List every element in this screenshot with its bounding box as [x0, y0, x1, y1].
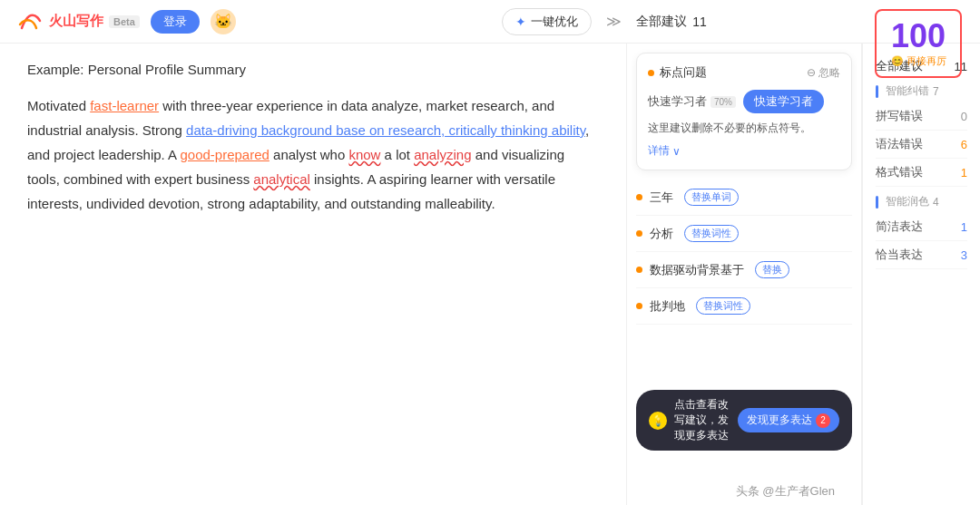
text-know: know	[348, 147, 380, 162]
discover-button[interactable]: 发现更多表达 2	[738, 408, 839, 432]
doc-title: Example: Personal Profile Summary	[27, 62, 599, 77]
sidebar-item-grammar[interactable]: 语法错误 6	[876, 131, 967, 159]
tooltip-text: 点击查看改写建议，发现更多表达	[674, 397, 730, 443]
text-data-driving: data-driving background base on research…	[186, 122, 585, 138]
chevron-right-icon: ≫	[606, 13, 622, 30]
sidebar-item-appropriate[interactable]: 恰当表达 3	[876, 241, 967, 269]
suggestion-type: 标点问题	[648, 64, 707, 81]
chevron-down-icon: ∨	[672, 145, 681, 158]
dot-orange-icon	[648, 70, 654, 76]
text-fast-learner: fast-learner	[90, 98, 159, 113]
suggestions-number: 11	[692, 15, 707, 29]
watermark: 头条 @生产者Glen	[736, 483, 835, 500]
sidebar-spelling-count: 0	[961, 110, 967, 123]
score-text: 再接再厉	[906, 54, 946, 68]
group-polish-count: 4	[933, 196, 939, 209]
sidebar-item-concise[interactable]: 简洁表达 1	[876, 213, 967, 241]
text-motivated: Motivated	[27, 98, 90, 113]
sidebar-appropriate-label: 恰当表达	[876, 247, 923, 263]
login-button[interactable]: 登录	[151, 10, 200, 34]
list-item: 数据驱动背景基于 替换	[636, 252, 852, 288]
blue-bar-icon	[876, 85, 878, 98]
option-original: 快速学习者 70%	[648, 93, 736, 110]
dot-orange-icon	[636, 303, 642, 309]
item-label: 批判地	[650, 298, 685, 315]
dot-orange-icon	[636, 194, 642, 200]
sidebar-group-polish: 智能润色 4	[876, 194, 967, 209]
beta-badge: Beta	[109, 15, 140, 28]
discover-count: 2	[816, 413, 830, 428]
item-action[interactable]: 替换词性	[684, 225, 739, 242]
ignore-label: 忽略	[818, 65, 840, 81]
sidebar-grammar-count: 6	[961, 138, 967, 151]
blue-bar2-icon	[876, 196, 878, 209]
item-label: 数据驱动背景基于	[650, 262, 744, 278]
header-center: ✦ 一键优化 ≫ 全部建议 11	[247, 8, 962, 35]
suggestion-card: 标点问题 ⊖ 忽略 快速学习者 70% 快速学习者 这里建议删除不必要的标点符号…	[636, 53, 852, 170]
suggestions-label: 全部建议	[636, 14, 687, 30]
group-polish-label: 智能润色	[886, 194, 929, 209]
group-correction-count: 7	[933, 85, 939, 98]
item-label: 分析	[650, 226, 673, 242]
suggestion-options: 快速学习者 70% 快速学习者	[648, 90, 840, 113]
text-analytical: analytical	[253, 171, 310, 187]
sidebar-concise-label: 简洁表达	[876, 219, 923, 235]
sidebar-format-count: 1	[961, 166, 967, 180]
sidebar-concise-count: 1	[961, 220, 967, 234]
discover-label: 发现更多表达	[747, 413, 812, 428]
option-original-text: 快速学习者	[648, 93, 707, 110]
suggestions-count: 全部建议 11	[636, 14, 707, 30]
star-icon: ✦	[515, 15, 526, 29]
optimize-label: 一键优化	[531, 14, 578, 30]
sidebar-group-correction: 智能纠错 7	[876, 83, 967, 99]
logo-icon	[18, 12, 44, 32]
main-layout: Example: Personal Profile Summary Motiva…	[0, 44, 980, 505]
list-item: 分析 替换词性	[636, 216, 852, 252]
text-analyst: analyst who	[270, 147, 349, 162]
sidebar-appropriate-count: 3	[961, 248, 967, 262]
sidebar-format-label: 格式错误	[876, 164, 923, 180]
suggestion-card-header: 标点问题 ⊖ 忽略	[648, 64, 840, 81]
score-box: 100 😊 再接再厉	[875, 9, 962, 78]
ignore-icon: ⊖	[807, 66, 816, 79]
header: 火山写作 Beta 登录 🐱 ✦ 一键优化 ≫ 全部建议 11 100 😊 再接…	[0, 0, 980, 44]
avatar: 🐱	[211, 9, 236, 34]
text-alot: a lot	[380, 147, 414, 162]
editor-area: Example: Personal Profile Summary Motiva…	[0, 44, 626, 505]
item-action[interactable]: 替换	[755, 261, 789, 278]
dot-orange-icon	[636, 267, 642, 273]
item-label: 三年	[650, 189, 673, 206]
logo-text: 火山写作	[49, 13, 103, 30]
suggestion-desc: 这里建议删除不必要的标点符号。	[648, 121, 840, 136]
right-sidebar: 全部建议 11 智能纠错 7 拼写错误 0 语法错误 6 格式错误 1 智能润色…	[862, 44, 980, 505]
doc-content[interactable]: Motivated fast-learner with three-year e…	[27, 93, 599, 216]
tooltip-bar: 💡 点击查看改写建议，发现更多表达 发现更多表达 2	[636, 390, 852, 451]
item-action[interactable]: 替换词性	[696, 297, 750, 315]
optimize-button[interactable]: ✦ 一键优化	[502, 8, 592, 35]
suggestions-panel: 标点问题 ⊖ 忽略 快速学习者 70% 快速学习者 这里建议删除不必要的标点符号…	[626, 44, 862, 505]
option-button[interactable]: 快速学习者	[743, 90, 824, 113]
suggestion-type-label: 标点问题	[660, 64, 707, 81]
sidebar-grammar-label: 语法错误	[876, 136, 923, 152]
sidebar-item-format[interactable]: 格式错误 1	[876, 159, 967, 187]
list-item: 批判地 替换词性	[636, 288, 852, 325]
score-emoji: 😊	[891, 55, 904, 67]
group-correction-label: 智能纠错	[886, 83, 929, 99]
score-number: 100	[891, 20, 946, 53]
text-analyzing: analyzing	[414, 147, 471, 162]
ignore-button[interactable]: ⊖ 忽略	[807, 65, 840, 81]
option-score: 70%	[710, 96, 736, 108]
text-good-prepared: good-prepared	[180, 147, 269, 162]
score-label: 😊 再接再厉	[891, 54, 946, 68]
lightbulb-icon: 💡	[649, 412, 667, 430]
logo: 火山写作 Beta	[18, 12, 140, 32]
sidebar-item-spelling[interactable]: 拼写错误 0	[876, 102, 967, 131]
item-action[interactable]: 替换单词	[684, 189, 739, 206]
detail-link[interactable]: 详情 ∨	[648, 143, 840, 159]
list-item: 三年 替换单词	[636, 180, 852, 216]
detail-label: 详情	[648, 143, 670, 159]
sidebar-spelling-label: 拼写错误	[876, 108, 923, 124]
dot-orange-icon	[636, 230, 642, 237]
